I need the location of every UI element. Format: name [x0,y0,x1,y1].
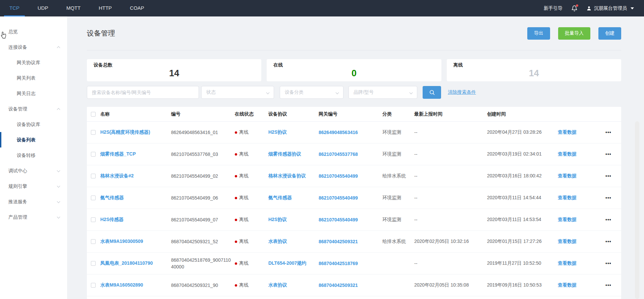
more-actions-button[interactable]: ••• [605,152,621,157]
more-actions-button[interactable]: ••• [605,217,621,222]
device-protocol-link[interactable]: H2S协议 [268,217,319,223]
device-protocol-link[interactable]: 烟雾传感器协议 [268,151,319,157]
more-actions-button[interactable]: ••• [605,261,621,266]
clear-search-link[interactable]: 清除搜索条件 [448,89,476,95]
main-content: 设备管理 导出 批量导入 创建 设备总数14在线0离线14 状态设备分类品牌/型… [67,16,644,299]
select-all-checkbox[interactable] [91,112,96,117]
device-name-link[interactable]: 水表M9A190300509 [100,239,171,245]
device-name-link[interactable]: 格林水浸设备#2 [100,173,171,179]
device-protocol-link[interactable]: 氨气传感器 [268,195,319,201]
gateway-code-link[interactable]: 862107045540499 [319,195,382,201]
more-actions-button[interactable]: ••• [605,239,621,244]
more-actions-button[interactable]: ••• [605,130,621,135]
view-data-link[interactable]: 查看数据 [558,195,605,201]
device-protocol-link[interactable]: 格林水浸设备协议 [268,173,319,179]
view-data-link[interactable]: 查看数据 [558,239,605,245]
scrollbar[interactable] [635,121,639,299]
sidebar-item-connect-devices[interactable]: 连接设备 [0,39,67,55]
row-checkbox[interactable] [91,283,96,288]
row-checkbox[interactable] [91,261,96,266]
search-input[interactable] [87,86,199,99]
device-name-link[interactable]: 烟雾传感器_TCP [100,151,171,157]
sidebar-item-device-list[interactable]: 设备列表 [0,132,67,147]
table-row: 氨气传感器862107045540499_06离线氨气传感器8621070455… [87,187,621,209]
device-protocol-link[interactable]: 水表协议 [268,282,319,288]
nav-right: 新手引导 沉朋展台管理员 [544,5,634,12]
device-name-link[interactable]: H2S(高精度环境传感器) [100,129,171,135]
last-report-time: -- [414,217,487,222]
nav-tab-mqtt[interactable]: MQTT [61,0,86,16]
gateway-code-link[interactable]: 862107045540499 [319,217,382,222]
view-data-link[interactable]: 查看数据 [558,129,605,135]
view-data-link[interactable]: 查看数据 [558,282,605,288]
gateway-code-link[interactable]: 862107045537768 [319,152,382,157]
gateway-code-link[interactable]: 868704042509321 [319,239,382,244]
row-checkbox[interactable] [91,239,96,244]
sidebar-item-debug-center[interactable]: 调试中心 [0,163,67,178]
device-status: 离线 [235,239,268,245]
sidebar-item-overview[interactable]: 总览 [0,24,67,39]
nav-tab-http[interactable]: HTTP [93,0,117,16]
device-name-link[interactable]: 凤凰电表_201804110790 [100,260,171,266]
view-data-link[interactable]: 查看数据 [558,217,605,223]
nav-tab-coap[interactable]: COAP [124,0,150,16]
device-category: 环境监测 [382,151,414,157]
sidebar-item-gateway-list[interactable]: 网关列表 [0,70,67,86]
device-category: 环境监测 [382,129,414,135]
filter-select-status[interactable]: 状态 [201,86,274,99]
sidebar-item-label: 网关日志 [17,91,36,96]
batch-import-button[interactable]: 批量导入 [558,27,590,40]
table-row: 水表M9A160502890868704042509321_90离线水表协议86… [87,274,621,296]
more-actions-button[interactable]: ••• [605,195,621,201]
gateway-code-link[interactable]: 868704042518769 [319,261,382,266]
row-checkbox[interactable] [91,130,96,135]
device-protocol-link[interactable]: H2S协议 [268,129,319,135]
view-data-link[interactable]: 查看数据 [558,151,605,157]
device-name-link[interactable]: 氨气传感器 [100,195,171,201]
sidebar-item-push-service[interactable]: 推送服务 [0,194,67,209]
create-button[interactable]: 创建 [598,27,621,40]
sidebar-item-device-management[interactable]: 设备管理 [0,101,67,117]
select-placeholder: 品牌/型号 [354,89,374,95]
filter-select-category[interactable]: 设备分类 [280,86,343,99]
export-button[interactable]: 导出 [527,27,550,40]
search-button[interactable] [423,86,441,99]
sidebar-item-rule-engine[interactable]: 规则引擎 [0,178,67,194]
sidebar-item-device-transfer[interactable]: 设备转移 [0,147,67,163]
device-protocol-link[interactable]: 水表协议 [268,239,319,245]
sidebar-item-label: 推送服务 [8,199,27,204]
row-checkbox[interactable] [91,152,96,157]
more-actions-button[interactable]: ••• [605,283,621,288]
sidebar-item-device-protocols[interactable]: 设备协议库 [0,117,67,132]
row-checkbox[interactable] [91,174,96,178]
device-name-link[interactable]: 水表M9A160502890 [100,282,171,288]
nav-tab-udp[interactable]: UDP [32,0,54,16]
view-data-link[interactable]: 查看数据 [558,260,605,266]
sidebar-item-gateway-logs[interactable]: 网关日志 [0,86,67,101]
gateway-code-link[interactable]: 862649048563416 [319,130,382,135]
notification-button[interactable] [571,5,578,12]
more-actions-button[interactable]: ••• [605,173,621,179]
row-checkbox[interactable] [91,196,96,200]
offline-dot-icon [235,153,237,156]
filter-select-brand-model[interactable]: 品牌/型号 [348,86,417,99]
sidebar: 总览连接设备网关协议库网关列表网关日志设备管理设备协议库设备列表设备转移调试中心… [0,16,67,299]
stat-value: 14 [94,68,255,79]
chevron-down-icon [57,184,60,188]
row-checkbox[interactable] [91,217,96,222]
sidebar-item-product-management[interactable]: 产品管理 [0,209,67,225]
gateway-code-link[interactable]: 862107045540499 [319,173,382,179]
device-protocol-link[interactable]: DLT654-2007规约 [268,260,319,266]
guide-link[interactable]: 新手引导 [544,5,562,11]
created-time: 2020年03月19日 02:34:01 [487,151,558,157]
column-header: 创建时间 [487,111,558,117]
stats-row: 设备总数14在线0离线14 [87,59,621,81]
last-report-time: 2020年02月05日 10:35:08 [414,282,487,288]
user-menu[interactable]: 沉朋展台管理员 [586,5,634,11]
nav-tab-tcp[interactable]: TCP [4,0,25,16]
sidebar-item-gateway-protocols[interactable]: 网关协议库 [0,55,67,70]
view-data-link[interactable]: 查看数据 [558,173,605,179]
sidebar-item-label: 规则引擎 [8,183,27,189]
device-name-link[interactable]: H2S传感器 [100,217,171,223]
gateway-code-link[interactable]: 868704042509321 [319,283,382,288]
